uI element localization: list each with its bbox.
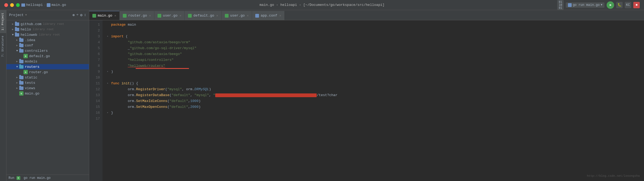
tree-label-conf: conf [25, 44, 33, 48]
tab-user-go-2[interactable]: user.go ✕ [222, 11, 252, 20]
sidebar-tab-project[interactable]: 1: Project [0, 10, 6, 33]
project-title-label: Project [9, 13, 24, 17]
tree-item-hello[interactable]: ▶ hello library root [6, 27, 89, 32]
add-tool-icon[interactable]: ⊕ [72, 13, 74, 17]
tree-arrow-github[interactable]: ▶ [11, 22, 15, 26]
tree-sublabel-hello: library root [33, 28, 54, 31]
tree-label-github: github.com [21, 22, 41, 26]
tree-label-hello: hello [21, 27, 31, 32]
tab-main-go[interactable]: main.go ✕ [89, 11, 119, 20]
tree-label-default-go: default.go [29, 54, 50, 58]
tab-close-user-go-2[interactable]: ✕ [247, 14, 249, 17]
tree-item-idea[interactable]: ▶ .idea [6, 37, 89, 43]
run-file-icon [568, 3, 572, 7]
tree-arrow-views[interactable]: ▶ [15, 86, 19, 90]
tree-label-static: static [25, 76, 37, 80]
code-line-11: ▾ func init() { [107, 81, 640, 86]
breadcrumb-file[interactable]: main.go [47, 3, 66, 7]
run-button[interactable] [607, 1, 614, 9]
tree-item-static[interactable]: ▶ static [6, 75, 89, 80]
main-layout: 1: Project 7: Structure Project ▼ ⊕ ÷ ⚙ … [0, 10, 644, 181]
debug-button[interactable]: 🐛 [616, 2, 623, 8]
fold-3[interactable]: ▾ [107, 34, 111, 40]
expand-tool-icon[interactable]: ↕ [84, 13, 86, 17]
breadcrumb-project[interactable]: helloapi [21, 3, 43, 7]
tree-item-helloweb[interactable]: ▼ helloweb library root [6, 32, 89, 37]
run-bar: Run G go run main.go [6, 175, 89, 181]
tree-item-router-go[interactable]: ▶ G router.go [6, 69, 89, 75]
folder-icon-conf [19, 44, 23, 47]
tree-label-controllers: controllers [25, 49, 48, 53]
tree-arrow-helloweb[interactable]: ▼ [11, 33, 15, 37]
sidebar-tabs: 1: Project 7: Structure [0, 10, 6, 181]
maximize-button[interactable] [16, 3, 20, 7]
tree-item-tests[interactable]: ▶ tests [6, 80, 89, 85]
run-bar-config: go run main.go [24, 176, 51, 180]
tree-arrow-idea[interactable]: ▶ [15, 38, 19, 42]
file-tree: ▶ github.com library root ▶ hello librar… [6, 20, 89, 175]
tree-arrow-controllers[interactable]: ▼ [15, 49, 19, 53]
sidebar-tab-structure[interactable]: 7: Structure [0, 33, 6, 60]
settings-tool-icon[interactable]: ⚙ [80, 13, 82, 17]
tab-user-go-1[interactable]: user.go ✕ [154, 11, 184, 20]
tree-item-conf[interactable]: ▶ conf [6, 43, 89, 48]
tree-item-models[interactable]: ▶ models [6, 59, 89, 64]
code-line-17 [107, 116, 640, 122]
code-line-10 [107, 75, 640, 81]
window-controls [4, 3, 20, 7]
tree-label-views: views [25, 86, 35, 90]
tree-item-default-go[interactable]: ▶ G default.go [6, 53, 89, 59]
window-title: main.go - helloapi - [~/Documents/go/wor… [260, 3, 384, 7]
tab-app-conf[interactable]: app.conf ✕ [252, 11, 284, 20]
code-line-3: ▾ import ( [107, 34, 640, 40]
tab-label-app-conf: app.conf [261, 14, 277, 18]
tree-arrow-hello[interactable]: ▶ [11, 27, 15, 32]
tree-label-tests: tests [25, 81, 35, 85]
coverage-button[interactable]: KC [625, 2, 631, 8]
close-button[interactable] [4, 3, 8, 7]
tab-default-go[interactable]: default.go ✕ [185, 11, 221, 20]
code-content[interactable]: package main ▾ import ( "github.com/asta… [103, 20, 644, 181]
fold-16[interactable]: ▾ [107, 110, 111, 116]
tree-item-controllers[interactable]: ▼ controllers [6, 48, 89, 53]
tree-label-models: models [25, 60, 37, 64]
tab-close-app-conf[interactable]: ✕ [280, 14, 281, 17]
tab-close-user-go-1[interactable]: ✕ [180, 14, 182, 17]
fold-9[interactable]: ▾ [107, 69, 111, 75]
tree-arrow-routers[interactable]: ▼ [15, 65, 19, 69]
tab-router-go[interactable]: router.go ✕ [120, 11, 154, 20]
tree-item-routers[interactable]: ▼ routers [6, 64, 89, 69]
stop-button[interactable] [633, 2, 640, 8]
tab-close-default-go[interactable]: ✕ [216, 14, 218, 17]
project-panel-title: Project ▼ [9, 13, 27, 17]
code-line-16: ▾ } [107, 110, 640, 116]
tree-label-router-go: router.go [29, 70, 48, 74]
tree-arrow-static[interactable]: ▶ [15, 75, 19, 80]
tree-arrow-conf[interactable]: ▶ [15, 43, 19, 48]
tree-arrow-tests[interactable]: ▶ [15, 81, 19, 85]
tree-arrow-models[interactable]: ▶ [15, 59, 19, 64]
code-editor[interactable]: 1 2 3 4 5 6 7 8 9 10 11 12 13 14 15 16 1… [89, 20, 644, 181]
tab-icon-main-go [92, 14, 96, 18]
breadcrumb-project-label: helloapi [26, 3, 43, 7]
tab-close-main-go[interactable]: ✕ [115, 14, 116, 17]
fold-11[interactable]: ▾ [107, 81, 111, 86]
tree-item-views[interactable]: ▶ views [6, 85, 89, 91]
tab-close-router-go[interactable]: ✕ [149, 14, 151, 17]
run-config-dropdown[interactable]: go run main.go ▼ [566, 2, 604, 8]
split-tool-icon[interactable]: ÷ [76, 13, 78, 17]
project-dropdown-icon[interactable]: ▼ [25, 14, 27, 17]
toolbar-right: 011001 go run main.go ▼ 🐛 KC [557, 0, 640, 10]
tree-item-github[interactable]: ▶ github.com library root [6, 21, 89, 27]
tab-label-default-go: default.go [193, 14, 214, 18]
code-line-9: ▾ ) [107, 69, 640, 75]
project-panel: Project ▼ ⊕ ÷ ⚙ ↕ ▶ github.com library r… [6, 10, 89, 181]
minimize-button[interactable] [10, 3, 14, 7]
folder-icon-controllers [19, 49, 23, 53]
editor-area: main.go ✕ router.go ✕ user.go ✕ default.… [89, 10, 644, 181]
tree-item-main-go[interactable]: ▶ G main.go [6, 91, 89, 96]
tab-icon-user-go-1 [158, 14, 161, 18]
tab-label-router-go: router.go [128, 14, 147, 18]
tree-label-main-go: main.go [25, 92, 40, 96]
code-text-1: package main [111, 22, 136, 28]
